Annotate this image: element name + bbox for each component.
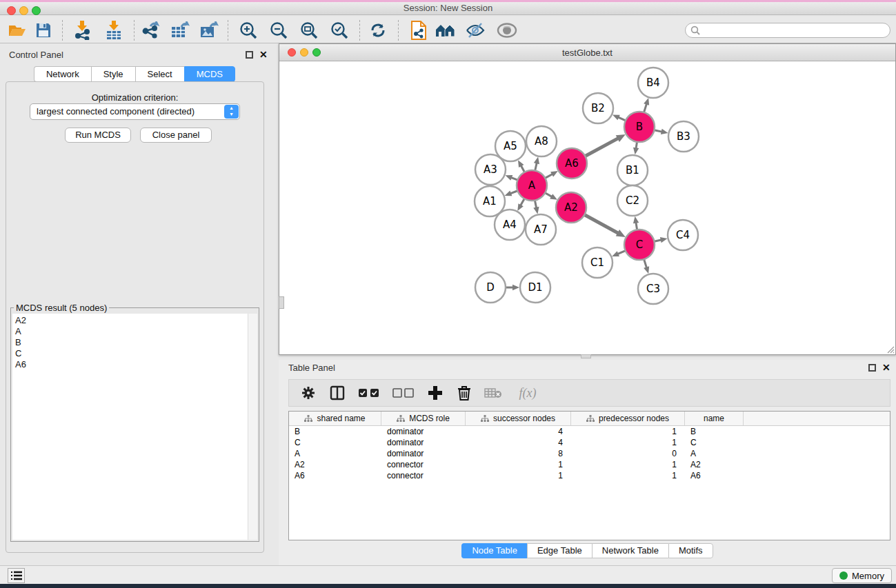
table-row[interactable]: A6connector11A6 — [289, 470, 890, 481]
close-panel-button[interactable]: Close panel — [140, 128, 212, 143]
delete-column-trash-icon[interactable] — [455, 385, 474, 401]
resize-grip-icon[interactable] — [886, 345, 895, 354]
table-row[interactable]: Cdominator41C — [289, 437, 890, 448]
refresh-view-icon[interactable] — [366, 21, 390, 40]
mcds-result-item[interactable]: A6 — [15, 359, 249, 370]
column-header-name[interactable]: name — [685, 412, 744, 425]
tab-network[interactable]: Network — [34, 66, 91, 82]
network-node-C2[interactable]: C2 — [617, 185, 648, 216]
network-node-B1[interactable]: B1 — [617, 155, 648, 185]
column-manager-icon[interactable] — [328, 385, 347, 401]
tab-mcds[interactable]: MCDS — [184, 66, 235, 82]
table-header-row[interactable]: shared nameMCDS rolesuccessor nodesprede… — [289, 412, 890, 426]
close-window-button[interactable] — [7, 6, 16, 15]
table-settings-gear-icon[interactable] — [299, 385, 318, 401]
mcds-tab-content: Optimization criterion: largest connecte… — [6, 81, 264, 553]
network-window-titlebar[interactable]: testGlobe.txt — [279, 44, 895, 61]
column-header-successor-nodes[interactable]: successor nodes — [466, 412, 571, 425]
column-header-shared-name[interactable]: shared name — [289, 412, 381, 425]
network-node-C[interactable]: C — [624, 230, 655, 260]
add-column-icon[interactable] — [426, 385, 445, 401]
network-node-A4[interactable]: A4 — [495, 210, 525, 240]
close-table-panel-icon[interactable]: ✕ — [882, 364, 890, 372]
mcds-result-item[interactable]: B — [15, 337, 249, 348]
network-node-B[interactable]: B — [624, 112, 655, 142]
open-session-icon[interactable] — [6, 21, 29, 40]
search-input[interactable] — [685, 23, 890, 38]
select-all-checkboxes-icon[interactable] — [357, 387, 381, 398]
split-divider-handle-horizontal[interactable] — [581, 354, 591, 358]
hide-selected-icon[interactable] — [464, 21, 487, 40]
deselect-all-checkboxes-icon[interactable] — [391, 387, 416, 398]
network-minimize-button[interactable] — [300, 48, 308, 57]
tab-edge-table[interactable]: Edge Table — [527, 543, 592, 558]
task-history-button[interactable] — [8, 568, 25, 583]
mcds-result-item[interactable]: A — [15, 326, 249, 337]
zoom-out-icon[interactable] — [267, 21, 290, 40]
float-panel-icon[interactable] — [246, 51, 253, 59]
zoom-selected-icon[interactable] — [328, 21, 351, 40]
zoom-window-button[interactable] — [32, 6, 41, 15]
save-session-icon[interactable] — [32, 21, 55, 40]
criterion-dropdown[interactable]: largest connected component (directed) ▲… — [30, 103, 240, 120]
split-divider-handle[interactable] — [279, 296, 284, 309]
new-network-from-file-icon[interactable] — [407, 21, 430, 40]
run-mcds-button[interactable]: Run MCDS — [65, 128, 131, 143]
network-node-B4[interactable]: B4 — [638, 68, 668, 98]
function-builder-icon[interactable]: f(x) — [512, 386, 543, 401]
show-selected-icon[interactable] — [495, 21, 519, 40]
minimize-window-button[interactable] — [19, 6, 28, 15]
table-panel-tabs: Node TableEdge TableNetwork TableMotifs — [279, 543, 896, 558]
network-edge[interactable] — [585, 138, 619, 156]
tab-node-table[interactable]: Node Table — [461, 543, 527, 558]
network-node-A2[interactable]: A2 — [556, 192, 586, 223]
network-node-D[interactable]: D — [475, 272, 506, 303]
tab-select[interactable]: Select — [135, 66, 184, 82]
network-edge[interactable] — [584, 215, 619, 234]
table-row[interactable]: Adominator80A — [289, 448, 890, 459]
network-edge[interactable] — [644, 259, 647, 268]
table-row[interactable]: Bdominator41B — [289, 426, 890, 437]
network-edge[interactable] — [644, 103, 647, 112]
float-table-panel-icon[interactable] — [868, 364, 876, 372]
session-title: Session: New Session — [0, 2, 896, 14]
svg-text:A3: A3 — [484, 163, 497, 176]
export-table-icon[interactable] — [168, 21, 192, 40]
tab-style[interactable]: Style — [91, 66, 135, 82]
import-table-icon[interactable] — [102, 21, 126, 40]
network-zoom-button[interactable] — [312, 48, 321, 57]
network-node-A6[interactable]: A6 — [557, 148, 587, 179]
column-header-predecessor-nodes[interactable]: predecessor nodes — [571, 412, 685, 425]
network-node-C3[interactable]: C3 — [638, 274, 668, 304]
network-close-button[interactable] — [288, 48, 296, 57]
mcds-result-scrollbar[interactable] — [248, 314, 257, 540]
show-all-networks-icon[interactable] — [434, 21, 457, 40]
tab-network-table[interactable]: Network Table — [592, 543, 668, 558]
export-image-icon[interactable] — [197, 21, 221, 40]
network-node-A3[interactable]: A3 — [475, 154, 506, 185]
mcds-result-list[interactable]: A2ABCA6 — [12, 314, 249, 540]
table-row[interactable]: A2connector11A2 — [289, 459, 890, 470]
network-node-D1[interactable]: D1 — [520, 272, 550, 303]
mcds-result-item[interactable]: C — [15, 348, 249, 359]
mcds-result-item[interactable]: A2 — [15, 315, 249, 326]
zoom-fit-icon[interactable] — [297, 21, 321, 40]
tab-motifs[interactable]: Motifs — [668, 543, 713, 558]
network-node-C1[interactable]: C1 — [582, 247, 613, 278]
network-node-A7[interactable]: A7 — [526, 214, 556, 245]
column-type-icon — [481, 415, 489, 423]
import-network-icon[interactable] — [71, 21, 94, 40]
close-panel-icon[interactable]: ✕ — [259, 51, 268, 59]
memory-button[interactable]: Memory — [832, 568, 892, 583]
column-header-MCDS-role[interactable]: MCDS role — [381, 412, 466, 425]
network-node-A8[interactable]: A8 — [526, 126, 557, 156]
network-node-B2[interactable]: B2 — [583, 93, 613, 123]
delete-table-icon[interactable] — [484, 387, 503, 399]
zoom-in-icon[interactable] — [237, 21, 260, 40]
export-network-icon[interactable] — [139, 21, 162, 40]
network-node-A[interactable]: A — [517, 170, 547, 201]
network-node-B3[interactable]: B3 — [668, 121, 699, 152]
network-node-C4[interactable]: C4 — [668, 220, 698, 250]
node-table: shared nameMCDS rolesuccessor nodesprede… — [288, 411, 890, 540]
network-graph[interactable]: B4B2BB3A8A5A6A3B1AC2A1A2A4A7C4CC1C3DD1 — [279, 61, 895, 354]
